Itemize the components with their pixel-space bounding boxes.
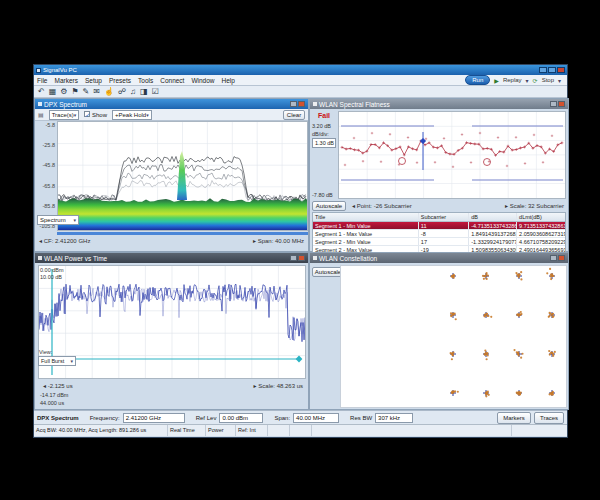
- dpx-panel-title: DPX Spectrum: [44, 101, 87, 108]
- constellation-plot[interactable]: [340, 265, 567, 408]
- active-measurement-label[interactable]: DPX Spectrum: [37, 415, 79, 421]
- settings-gear-icon[interactable]: ⚙: [60, 87, 67, 97]
- peak-hold-selector[interactable]: +Peak Hold ▾: [112, 110, 152, 120]
- close-button[interactable]: [557, 67, 565, 73]
- show-checkbox[interactable]: ✓ Show: [84, 111, 107, 118]
- run-button[interactable]: Run: [465, 75, 490, 85]
- pvt-close-button[interactable]: [298, 255, 305, 261]
- flatness-restore-button[interactable]: [550, 101, 557, 107]
- table-cell: -1.33299241790771: [469, 238, 517, 245]
- dpx-close-button[interactable]: [298, 101, 305, 107]
- table-cell: 2.05903608627319: [517, 230, 565, 237]
- dpx-y-tick: -5.8: [46, 123, 55, 128]
- table-row[interactable]: Segment 1 - Min Value11-4.71351337432861…: [313, 222, 565, 230]
- panel-constellation: WLAN Constellation Autoscale: [309, 252, 569, 410]
- settings-bar: DPX Spectrum Frequency: 2.41200 GHz Ref …: [34, 410, 567, 424]
- flatness-dbdiv-value[interactable]: 1.30 dB: [312, 138, 336, 148]
- menu-item-presets[interactable]: Presets: [109, 77, 131, 84]
- flatness-scale-readout[interactable]: ▸ Scale: 32 Subcarrier: [505, 202, 564, 209]
- dpx-span-readout[interactable]: ▸ Span: 40.00 MHz: [253, 237, 304, 244]
- pvt-dbdiv-label: 10.00 dB: [40, 274, 62, 280]
- trace-selector[interactable]: Trace(s) ▾: [49, 110, 80, 120]
- status-cell: Acq BW: 40.00 MHz, Acq Length: 891.286 u…: [34, 425, 168, 436]
- menu-item-setup[interactable]: Setup: [85, 77, 102, 84]
- dpx-plot[interactable]: [57, 121, 308, 231]
- table-cell: 9.71351337432861: [517, 222, 565, 229]
- flatness-panel-title: WLAN Spectral Flatness: [319, 101, 390, 108]
- markers-icon[interactable]: ☍: [118, 87, 126, 97]
- dpx-panel-icon: [38, 102, 42, 106]
- flatness-y-bottom-label: -7.80 dB: [312, 192, 333, 198]
- menu-item-tools[interactable]: Tools: [138, 77, 153, 84]
- table-header[interactable]: Title: [313, 213, 419, 221]
- pvt-burst-power-value: -14.17 dBm: [40, 392, 68, 398]
- audio-icon[interactable]: ♫: [130, 87, 136, 97]
- frequency-input[interactable]: 2.41200 GHz: [123, 413, 185, 423]
- constellation-restore-button[interactable]: [550, 255, 557, 261]
- constellation-panel-icon: [313, 256, 317, 260]
- pass-fail-status: Fail: [318, 112, 330, 119]
- flatness-plot[interactable]: [338, 111, 566, 199]
- flatness-dbdiv-label: dB/div:: [312, 131, 329, 137]
- pvt-marker-readout[interactable]: ◂ -2.125 us: [43, 382, 73, 389]
- flatness-panel-icon: [313, 102, 317, 106]
- pvt-panel-title: WLAN Power vs Time: [44, 255, 107, 262]
- replay-button[interactable]: Replay: [503, 77, 522, 83]
- table-header[interactable]: Subcarrier: [419, 213, 469, 221]
- dpx-y-tick: -45.8: [42, 163, 55, 168]
- traces-button[interactable]: Traces: [534, 412, 564, 424]
- stop-dropdown-icon[interactable]: ▾: [558, 77, 561, 84]
- table-row[interactable]: Segment 2 - Min Value17-1.33299241790771…: [313, 238, 565, 246]
- span-input[interactable]: 40.00 MHz: [293, 413, 339, 423]
- pointer-icon[interactable]: ☝: [104, 87, 114, 97]
- markers-button[interactable]: Markers: [497, 412, 531, 424]
- rbw-input[interactable]: 307 kHz: [375, 413, 413, 423]
- dpx-restore-button[interactable]: [290, 101, 297, 107]
- menu-item-connect[interactable]: Connect: [160, 77, 184, 84]
- app-icon: [36, 68, 41, 73]
- dpx-y-tick: -85.8: [42, 204, 55, 209]
- menu-item-help[interactable]: Help: [222, 77, 235, 84]
- clear-button[interactable]: Clear: [283, 110, 305, 120]
- undo-icon[interactable]: ↶: [38, 87, 45, 97]
- pvt-view-selector[interactable]: Full Burst ▾: [38, 356, 76, 366]
- dpx-scrollbar[interactable]: [57, 232, 308, 235]
- table-cell: Segment 1 - Min Value: [313, 222, 419, 229]
- ref-level-label: Ref Lev: [196, 415, 217, 421]
- ref-level-input[interactable]: 0.00 dBm: [219, 413, 263, 423]
- mail-icon[interactable]: ✉: [93, 87, 100, 97]
- menu-item-window[interactable]: Window: [191, 77, 214, 84]
- minimize-button[interactable]: [539, 67, 547, 73]
- menu-item-markers[interactable]: Markers: [54, 77, 77, 84]
- checklist-icon[interactable]: ☑: [152, 87, 159, 97]
- menu-item-file[interactable]: File: [37, 77, 47, 84]
- print-icon[interactable]: ▦: [49, 87, 57, 97]
- constellation-close-button[interactable]: [558, 255, 565, 261]
- status-cell: Power: [206, 425, 236, 436]
- table-header[interactable]: dB: [469, 213, 517, 221]
- status-bar: Acq BW: 40.00 MHz, Acq Length: 891.286 u…: [34, 424, 567, 436]
- table-header[interactable]: dLmt(dB): [517, 213, 565, 221]
- dpx-panel-titlebar: DPX Spectrum: [35, 99, 308, 109]
- dpx-cf-readout[interactable]: ◂ CF: 2.41200 GHz: [39, 237, 90, 244]
- maximize-button[interactable]: [548, 67, 556, 73]
- edit-icon[interactable]: ✎: [83, 87, 90, 97]
- pvt-burst-length-value: 44.000 us: [40, 400, 64, 406]
- table-cell: Segment 2 - Min Value: [313, 238, 419, 245]
- pvt-scale-readout[interactable]: ▸ Scale: 48.263 us: [254, 382, 303, 389]
- stop-refresh-icon: ⟳: [533, 77, 538, 84]
- table-row[interactable]: Segment 1 - Max Value-81.849143913726812…: [313, 230, 565, 238]
- table-cell: 4.66710758209229: [517, 238, 565, 245]
- replay-dropdown-icon[interactable]: ▾: [526, 77, 529, 84]
- spectrum-selector[interactable]: Spectrum ▾: [37, 215, 79, 225]
- display-icon[interactable]: ◨: [140, 87, 148, 97]
- dpx-controls-row: ▤ Trace(s) ▾ ✓ Show +Peak Hold ▾ Clear: [35, 109, 308, 121]
- pvt-restore-button[interactable]: [290, 255, 297, 261]
- table-cell: 11: [419, 222, 469, 229]
- stop-button[interactable]: Stop: [542, 77, 554, 83]
- flag-icon[interactable]: ⚑: [71, 87, 78, 97]
- flatness-close-button[interactable]: [558, 101, 565, 107]
- pvt-plot[interactable]: [38, 265, 306, 379]
- flatness-autoscale-button[interactable]: Autoscale: [312, 201, 346, 211]
- flatness-point-readout[interactable]: ◂ Point: -26 Subcarrier: [352, 202, 412, 209]
